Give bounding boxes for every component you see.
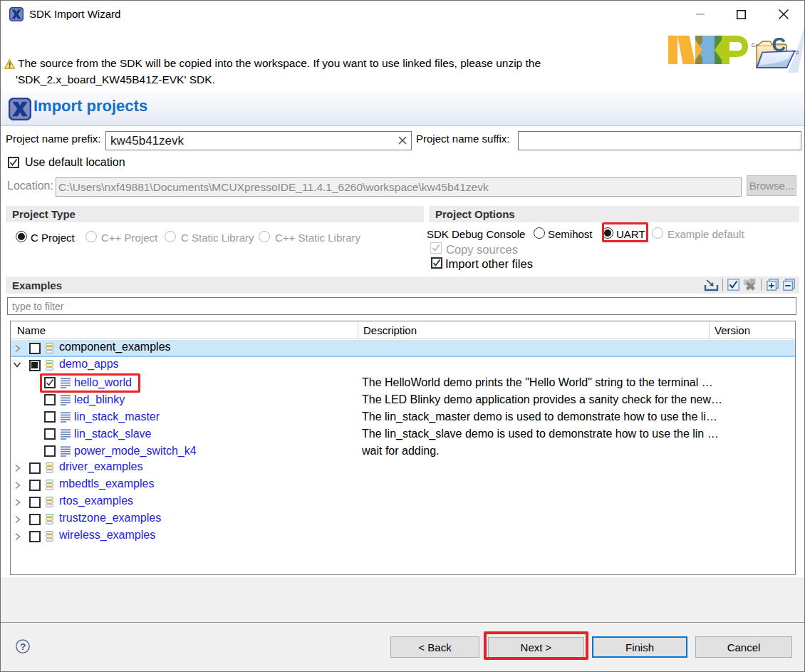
svg-text:?: ? bbox=[20, 641, 26, 652]
